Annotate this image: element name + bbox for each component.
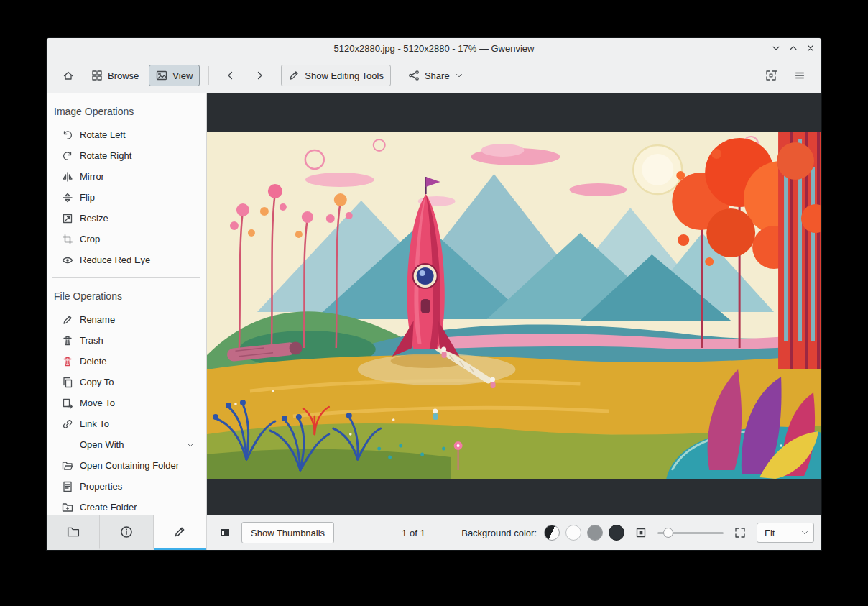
- item-label: Delete: [80, 356, 107, 367]
- copy-icon: [62, 377, 73, 388]
- sidebar-item-open-containing-folder[interactable]: Open Containing Folder: [47, 455, 206, 476]
- sidebar-item-link-to[interactable]: Link To: [47, 413, 206, 434]
- page-indicator: 1 of 1: [402, 528, 425, 538]
- browse-button[interactable]: Browse: [84, 65, 146, 86]
- show-thumbnails-label: Show Thumbnails: [251, 528, 325, 538]
- mirror-icon: [62, 171, 73, 183]
- close-icon: [805, 43, 816, 53]
- sidebar-content: Image Operations Rotate Left Rotate Righ…: [47, 93, 206, 515]
- chevron-down-icon: [771, 43, 781, 53]
- view-button[interactable]: View: [149, 65, 200, 86]
- folder-open-icon: [62, 460, 73, 472]
- home-button[interactable]: [55, 65, 81, 86]
- bg-color-gray-swatch[interactable]: [587, 525, 603, 541]
- toolbar-separator: [208, 66, 209, 85]
- item-label: Flip: [80, 192, 95, 203]
- sidebar-item-trash[interactable]: Trash: [47, 330, 206, 351]
- sidebar-item-crop[interactable]: Crop: [47, 229, 206, 249]
- share-icon: [408, 70, 420, 81]
- window-title: 5120x2880.jpg - 5120x2880 - 17% — Gwenvi…: [334, 43, 535, 54]
- sidebar-item-delete[interactable]: Delete: [47, 351, 206, 372]
- expand-arrows-icon: [734, 527, 746, 538]
- file-operations-heading: File Operations: [47, 285, 206, 309]
- sidebar-toggle-icon: [219, 527, 231, 538]
- red-eye-icon: [62, 254, 73, 266]
- sidebar-item-mirror[interactable]: Mirror: [47, 166, 206, 187]
- properties-icon: [62, 481, 73, 492]
- minimize-button[interactable]: [770, 42, 782, 55]
- move-icon: [62, 398, 73, 409]
- chevron-up-icon: [788, 43, 798, 53]
- item-label: Reduce Red Eye: [80, 254, 150, 265]
- zoom-mode-value: Fit: [765, 528, 775, 538]
- show-editing-tools-label: Show Editing Tools: [305, 70, 384, 81]
- image-operations-heading: Image Operations: [47, 101, 206, 124]
- statusbar-right-group: Background color:: [461, 522, 814, 543]
- item-label: Create Folder: [80, 502, 137, 513]
- tab-information[interactable]: [100, 515, 153, 550]
- chevron-down-icon: [186, 441, 195, 449]
- zoom-slider[interactable]: [657, 525, 724, 540]
- show-thumbnails-button[interactable]: Show Thumbnails: [241, 522, 334, 543]
- displayed-image[interactable]: [207, 132, 821, 479]
- sidebar-item-properties[interactable]: Properties: [47, 476, 206, 497]
- sidebar-item-rename[interactable]: Rename: [47, 309, 206, 330]
- background-color-label: Background color:: [461, 528, 537, 538]
- actual-size-button[interactable]: [729, 522, 751, 543]
- edit-pencil-icon: [173, 525, 186, 538]
- maximize-button[interactable]: [787, 42, 800, 55]
- zoom-fit-icon: [635, 527, 647, 538]
- resize-icon: [62, 213, 73, 224]
- zoom-fit-button[interactable]: [630, 522, 652, 543]
- tab-operations[interactable]: [154, 515, 206, 550]
- sidebar-item-rotate-right[interactable]: Rotate Right: [47, 145, 206, 166]
- bg-color-white-swatch[interactable]: [565, 525, 581, 541]
- chevron-down-icon: [455, 71, 463, 80]
- rotate-right-icon: [62, 150, 73, 162]
- tab-folders[interactable]: [47, 515, 100, 550]
- folder-new-icon: [62, 502, 73, 513]
- rename-icon: [62, 314, 73, 326]
- home-icon: [63, 70, 74, 81]
- titlebar[interactable]: 5120x2880.jpg - 5120x2880 - 17% — Gwenvi…: [47, 38, 821, 58]
- item-label: Rename: [80, 314, 115, 325]
- sidebar-item-rotate-left[interactable]: Rotate Left: [47, 124, 206, 145]
- shrink-frame-icon: [765, 70, 777, 81]
- sidebar-item-open-with[interactable]: Open With: [47, 434, 206, 455]
- sidebar-item-flip[interactable]: Flip: [47, 187, 206, 208]
- close-button[interactable]: [804, 42, 817, 55]
- share-label: Share: [425, 70, 450, 81]
- item-label: Link To: [80, 418, 109, 429]
- show-editing-tools-button[interactable]: Show Editing Tools: [281, 65, 391, 86]
- bg-color-black-swatch[interactable]: [609, 525, 624, 541]
- sidebar-item-create-folder[interactable]: Create Folder: [47, 497, 206, 515]
- back-button[interactable]: [218, 65, 244, 86]
- sidebar-item-resize[interactable]: Resize: [47, 208, 206, 229]
- item-label: Properties: [80, 481, 122, 492]
- item-label: Open Containing Folder: [80, 460, 179, 471]
- link-icon: [62, 418, 73, 430]
- item-label: Open With: [80, 439, 124, 450]
- crop-icon: [62, 234, 73, 245]
- statusbar: Show Thumbnails 1 of 1 Background color:: [207, 515, 821, 550]
- flip-icon: [62, 192, 73, 203]
- sidebar-item-reduce-red-eye[interactable]: Reduce Red Eye: [47, 249, 206, 270]
- sidebar-item-move-to[interactable]: Move To: [47, 392, 206, 413]
- bg-color-auto-swatch[interactable]: [544, 525, 560, 541]
- item-label: Crop: [80, 234, 100, 244]
- sidebar-item-copy-to[interactable]: Copy To: [47, 372, 206, 392]
- share-button[interactable]: Share: [401, 65, 471, 86]
- fit-window-button[interactable]: [758, 65, 784, 86]
- menu-button[interactable]: [787, 65, 813, 86]
- item-label: Copy To: [80, 377, 114, 387]
- sidebar-toggle-button[interactable]: [214, 522, 236, 543]
- item-label: Move To: [80, 398, 115, 408]
- main-toolbar: Browse View Show Editing Tools Share: [47, 58, 821, 93]
- zoom-slider-handle[interactable]: [663, 528, 673, 538]
- item-label: Rotate Left: [80, 129, 126, 140]
- zoom-mode-select[interactable]: Fit: [757, 523, 814, 543]
- forward-button[interactable]: [246, 65, 272, 86]
- sidebar-divider: [52, 277, 200, 278]
- trash-icon: [62, 335, 73, 346]
- rotate-left-icon: [62, 129, 73, 141]
